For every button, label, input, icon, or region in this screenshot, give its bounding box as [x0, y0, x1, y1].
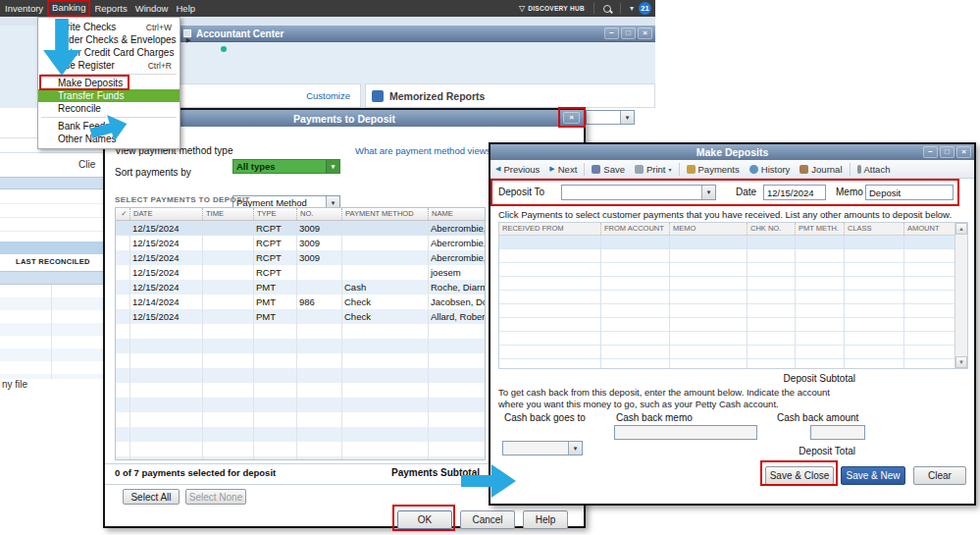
minimize-icon[interactable]: − — [604, 27, 619, 39]
vertical-scrollbar[interactable]: ▲ ▼ — [954, 223, 967, 368]
save-close-button[interactable]: Save & Close — [765, 466, 834, 485]
cell-type: PMT — [253, 294, 296, 309]
background-line — [0, 152, 103, 153]
cell-time — [202, 294, 253, 309]
next-button[interactable]: ▶Next — [544, 160, 582, 179]
cell-method — [341, 265, 428, 280]
toolbar-divider — [584, 163, 585, 176]
maximize-icon[interactable]: □ — [940, 146, 954, 158]
cell-date: 12/14/2024 — [129, 294, 202, 309]
close-icon[interactable]: × — [563, 112, 580, 124]
memo-field[interactable]: Deposit — [865, 185, 954, 200]
background-table-header — [0, 271, 103, 285]
status-dot-icon — [221, 46, 227, 52]
cell-no — [296, 309, 341, 324]
column-header-date: DATE — [129, 208, 202, 220]
method-views-link[interactable]: What are payment method views? — [355, 145, 496, 156]
print-button[interactable]: Print▾ — [630, 160, 677, 179]
customize-link[interactable]: Customize — [306, 90, 350, 101]
cashback-memo-field[interactable] — [614, 425, 757, 440]
history-button[interactable]: History — [745, 160, 796, 179]
menu-item-make-deposits[interactable]: Make Deposits — [38, 77, 180, 89]
help-button[interactable]: Help — [523, 510, 568, 529]
cell-date: 12/15/2024 — [129, 280, 202, 294]
date-field[interactable]: 12/15/2024 — [763, 185, 826, 200]
row-checkbox — [116, 265, 129, 280]
active-entry-row[interactable] — [499, 236, 954, 248]
cell-method: Cash — [341, 280, 428, 294]
menu-help[interactable]: Help — [172, 0, 199, 17]
row-checkbox — [116, 280, 129, 294]
select-none-button[interactable]: Select None — [185, 489, 246, 505]
print-icon — [635, 165, 644, 174]
cell-type: PMT — [253, 280, 296, 294]
column-header-pmt-meth: PMT METH. — [795, 223, 844, 235]
cashback-goes-to-dropdown[interactable]: ▾ — [502, 441, 583, 455]
payment-row[interactable]: 12/14/2024PMT986CheckJacobsen, Doug — [116, 294, 485, 309]
menu-banking[interactable]: Banking — [47, 0, 90, 17]
close-icon[interactable]: × — [638, 27, 652, 39]
attach-button[interactable]: Attach — [852, 160, 896, 179]
menu-inventory[interactable]: Inventory — [1, 0, 47, 17]
payment-row[interactable]: 12/15/2024RCPT3009Abercrombie, Kri — [116, 250, 485, 265]
journal-button[interactable]: Journal — [795, 160, 847, 179]
menu-item-other-names[interactable]: Other Names — [38, 133, 180, 145]
search-icon[interactable] — [603, 5, 611, 13]
notification-badge[interactable]: 21 — [639, 2, 651, 15]
menu-item-label: Make Deposits — [58, 78, 123, 88]
deposit-toolbar: ◀Previous ▶Next Save Print▾ Payments His… — [490, 160, 974, 179]
journal-label: Journal — [811, 164, 842, 175]
background-dropdown[interactable]: ▾ — [586, 110, 635, 125]
background-line — [0, 231, 103, 232]
cell-type: RCPT — [253, 250, 296, 265]
cashback-instruction-line2: where you want this money to go, such as… — [498, 399, 779, 409]
report-icon — [372, 90, 384, 102]
payment-row[interactable]: 12/15/2024RCPT3009Abercrombie, Kri — [116, 236, 485, 250]
cashback-amount-field[interactable] — [810, 425, 865, 440]
payment-method-type-value: All types — [236, 161, 276, 172]
scroll-down-icon[interactable]: ▼ — [955, 356, 967, 368]
menu-window[interactable]: Window — [131, 0, 173, 17]
row-checkbox — [116, 236, 129, 250]
discovery-hub-button[interactable]: ▽ DISCOVERY HUB — [519, 4, 585, 13]
row-checkbox — [116, 294, 129, 309]
menu-item-reconcile[interactable]: Reconcile — [38, 102, 180, 115]
deposit-window-titlebar[interactable]: Make Deposits − □ × — [490, 144, 974, 160]
deposit-total-label: Deposit Total — [757, 446, 855, 456]
chevron-down-icon[interactable]: ▾ — [630, 4, 634, 13]
payment-row[interactable]: 12/15/2024RCPTjoesem — [116, 265, 485, 280]
menu-item-transfer-funds[interactable]: Transfer Funds — [38, 89, 180, 102]
deposit-table-header: RECEIVED FROM FROM ACCOUNT MEMO CHK NO. … — [499, 223, 967, 236]
deposit-table-body[interactable] — [499, 236, 954, 368]
column-header-name: NAME — [428, 208, 485, 220]
payments-button[interactable]: Payments — [682, 160, 745, 179]
payment-row[interactable]: 12/15/2024RCPT3009Abercrombie, Kri — [116, 221, 485, 236]
payment-row[interactable]: 12/15/2024PMTCheckAllard, Robert — [116, 309, 485, 324]
menu-item-label: Order Checks & Envelopes — [58, 34, 177, 45]
maximize-icon[interactable]: □ — [621, 27, 636, 39]
cancel-button[interactable]: Cancel — [460, 510, 515, 529]
deposit-to-dropdown[interactable]: ▾ — [561, 185, 716, 200]
ok-button[interactable]: OK — [397, 510, 452, 529]
last-reconciled-label: LAST RECONCILED — [16, 257, 90, 266]
background-table-header — [0, 177, 103, 189]
menu-reports[interactable]: Reports — [90, 0, 130, 17]
save-button[interactable]: Save — [587, 160, 630, 179]
select-all-button[interactable]: Select All — [123, 489, 180, 505]
background-selected-row — [0, 241, 103, 254]
save-new-button[interactable]: Save & New — [841, 466, 905, 485]
empty-rows — [116, 324, 485, 459]
attach-label: Attach — [864, 164, 891, 175]
previous-button[interactable]: ◀Previous — [490, 160, 544, 179]
scroll-up-icon[interactable]: ▲ — [955, 223, 967, 235]
row-checkbox — [116, 221, 129, 236]
accountant-center-titlebar[interactable]: Accountant Center − □ × — [180, 26, 655, 42]
close-icon[interactable]: × — [956, 146, 971, 158]
minimize-icon[interactable]: − — [923, 146, 938, 158]
payment-row[interactable]: 12/15/2024PMTCashRoche, Diarmuid — [116, 280, 485, 294]
payment-method-type-dropdown[interactable]: All types ▾ — [232, 159, 340, 174]
accountant-center-content: Customize Memorized Reports — [180, 42, 655, 108]
cell-name: Abercrombie, Kri — [428, 236, 485, 250]
clear-button[interactable]: Clear — [913, 466, 966, 485]
column-header-memo: MEMO — [669, 223, 747, 235]
